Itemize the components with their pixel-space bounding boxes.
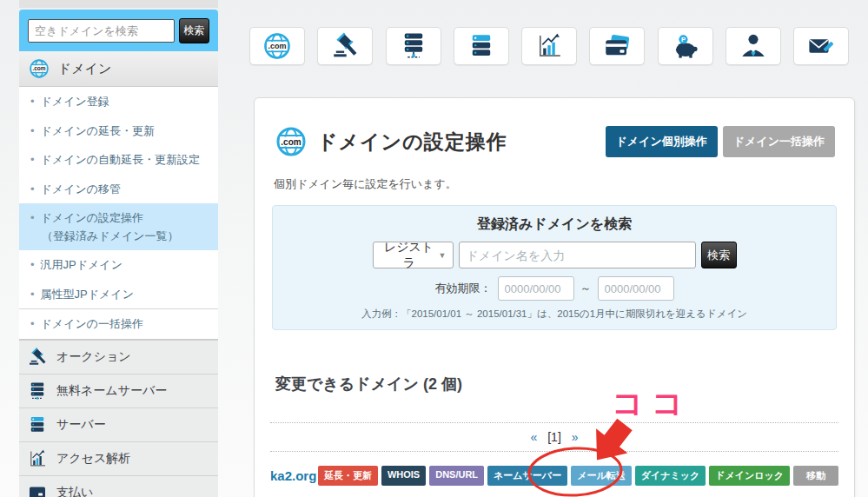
sidebar-section-auction[interactable]: オークション (19, 340, 218, 374)
auction-gavel-icon (330, 31, 360, 61)
pagination-prev[interactable]: « (531, 430, 538, 444)
svg-text:.com: .com (268, 42, 286, 50)
free-domain-search-input[interactable] (28, 19, 175, 43)
iconbar-account[interactable] (726, 27, 781, 65)
sidebar-item-domain-settings-active[interactable]: ドメインの設定操作 （登録済みドメイン一覧） (19, 203, 218, 250)
annotation-circle-icon (525, 445, 626, 497)
nameserver-icon (399, 31, 428, 61)
badge-move[interactable]: 移動 (793, 466, 838, 486)
server-icon (467, 31, 496, 61)
registered-domain-search-panel: 登録済みドメインを検索 レジストラ ▼ 検索 有効期限： ～ 入力例：「2015… (272, 205, 837, 330)
panel-header: .com ドメインの設定操作 ドメイン個別操作 ドメイン一括操作 (255, 98, 854, 159)
chevron-down-icon: ▼ (439, 251, 447, 260)
pagination-next[interactable]: » (572, 430, 579, 444)
nameserver-icon (27, 381, 48, 401)
account-person-icon (739, 31, 768, 61)
badge-whois[interactable]: WHOIS (381, 466, 426, 486)
analytics-icon (534, 31, 564, 61)
pagination-current-page[interactable]: [1] (547, 430, 561, 444)
domain-name-input[interactable] (459, 242, 696, 268)
iconbar-server[interactable] (454, 27, 509, 65)
changeable-domains-heading: 変更できるドメイン (2 個) (275, 374, 833, 394)
main-panel: .com ドメインの設定操作 ドメイン個別操作 ドメイン一括操作 個別ドメイン毎… (254, 97, 855, 497)
registrar-select[interactable]: レジストラ ▼ (373, 242, 454, 268)
domain-search-button[interactable]: 検索 (701, 242, 737, 268)
iconbar-nameserver[interactable] (386, 27, 441, 65)
sidebar-section-free-nameserver[interactable]: 無料ネームサーバー (19, 374, 218, 408)
tilde-separator: ～ (580, 281, 592, 296)
sidebar-top-strip (19, 0, 218, 8)
badge-domain-lock[interactable]: ドメインロック (709, 466, 790, 486)
svg-text:.com: .com (32, 65, 45, 71)
sidebar-section-payment[interactable]: 支払い (19, 475, 218, 497)
panel-description: 個別ドメイン毎に設定を行います。 (255, 159, 854, 192)
sidebar-search-button[interactable]: 検索 (179, 18, 209, 43)
sidebar-item-domain-transfer[interactable]: ドメインの移管 (19, 175, 218, 204)
domain-globe-icon: .com (274, 124, 308, 159)
sidebar-section-server-label: サーバー (56, 417, 106, 433)
sidebar-domain-header[interactable]: .com ドメイン (19, 51, 218, 87)
domain-bulk-ops-button[interactable]: ドメイン一括操作 (723, 126, 835, 157)
iconbar-payment[interactable] (589, 27, 645, 65)
iconbar-analytics[interactable] (521, 27, 577, 65)
domain-globe-icon: .com (28, 57, 50, 80)
top-icon-bar: .com (249, 27, 849, 65)
payment-icon (27, 482, 48, 497)
sidebar-section-analytics[interactable]: アクセス解析 (19, 441, 218, 475)
sidebar-section-auction-label: オークション (56, 349, 131, 365)
sidebar-section-analytics-label: アクセス解析 (56, 451, 130, 467)
server-icon (27, 414, 48, 435)
page-title: ドメインの設定操作 (317, 129, 507, 156)
expiry-label: 有効期限： (435, 281, 492, 296)
badge-renew[interactable]: 延長・更新 (318, 466, 378, 486)
sidebar-section-free-nameserver-label: 無料ネームサーバー (56, 383, 167, 399)
sidebar-search-area: 検索 (19, 10, 218, 51)
badge-dynamic[interactable]: ダイナミック (635, 466, 706, 486)
sidebar-item-domain-register[interactable]: ドメイン登録 (19, 87, 218, 116)
payment-card-icon (602, 31, 632, 61)
analytics-icon (27, 448, 48, 469)
sidebar-section-payment-label: 支払い (56, 485, 93, 497)
domain-globe-icon: .com (262, 30, 293, 62)
expiry-to-input[interactable] (598, 276, 674, 301)
iconbar-auction[interactable] (317, 27, 373, 65)
sidebar-item-attribute-jp-domain[interactable]: 属性型JPドメイン (19, 280, 218, 309)
points-piggy-icon: P (671, 31, 700, 61)
gavel-icon (27, 347, 48, 368)
sidebar-item-generic-jp-domain[interactable]: 汎用JPドメイン (19, 250, 218, 280)
expiry-from-input[interactable] (498, 276, 574, 301)
iconbar-mail[interactable] (793, 27, 849, 65)
search-panel-title: 登録済みドメインを検索 (282, 215, 827, 234)
iconbar-points[interactable]: P (658, 27, 713, 65)
sidebar-section-server[interactable]: サーバー (19, 408, 218, 441)
sidebar-domain-menu: ドメイン登録 ドメインの延長・更新 ドメインの自動延長・更新設定 ドメインの移管… (19, 87, 218, 340)
sidebar-item-domain-renew[interactable]: ドメインの延長・更新 (19, 116, 218, 146)
sidebar-item-domain-bulk-ops[interactable]: ドメインの一括操作 (19, 308, 218, 339)
domain-individual-ops-button[interactable]: ドメイン個別操作 (606, 126, 718, 157)
sidebar-item-domain-settings-sublabel: （登録済みドメイン一覧） (30, 229, 211, 244)
iconbar-domain[interactable]: .com (249, 27, 305, 65)
badge-dns-url[interactable]: DNS/URL (429, 466, 484, 486)
sidebar-domain-header-label: ドメイン (58, 61, 111, 77)
sidebar-item-domain-auto-renew[interactable]: ドメインの自動延長・更新設定 (19, 145, 218, 175)
domain-name-link[interactable]: ka2.org (270, 468, 316, 483)
svg-text:P: P (680, 36, 685, 43)
sidebar: 検索 .com ドメイン ドメイン登録 ドメインの延長・更新 ドメインの自動延長… (19, 0, 218, 497)
svg-text:.com: .com (281, 137, 301, 147)
search-hint: 入力例：「2015/01/01 ～ 2015/01/31」は、2015の1月中に… (282, 308, 827, 321)
mail-icon (806, 31, 836, 61)
